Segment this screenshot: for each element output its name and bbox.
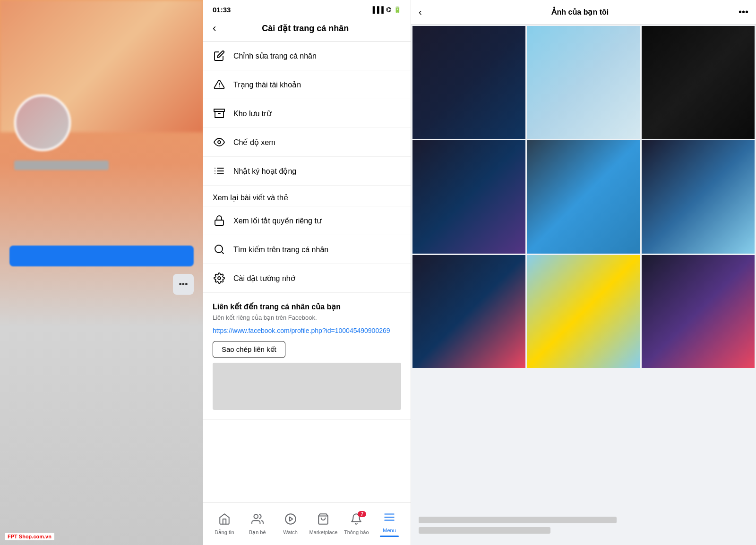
menu-item-account-status[interactable]: Trạng thái tài khoản [203,70,411,99]
menu-item-view-mode[interactable]: Chế độ xem [203,128,411,157]
menu-label-search-profile: Tìm kiếm trên trang cá nhân [233,245,328,254]
menu-item-memorial[interactable]: Cài đặt tưởng nhớ [203,264,411,293]
right-panel-header: ‹ Ảnh của bạn tôi ••• [411,0,756,25]
nav-item-news-feed[interactable]: Bảng tin [209,513,240,536]
gray-placeholder-box [213,363,401,410]
back-button[interactable]: ‹ [213,22,216,34]
notifications-icon: 7 [350,513,362,528]
copy-link-button[interactable]: Sao chép liên kết [213,341,285,358]
right-panel: ‹ Ảnh của bạn tôi ••• [411,0,756,545]
menu-label-account-status: Trạng thái tài khoản [233,80,301,89]
eye-icon [213,136,226,149]
nav-label-menu: Menu [383,528,396,533]
bottom-navigation: Bảng tin Bạn bè Watch [203,502,411,545]
photo-8 [527,255,640,368]
link-section: Liên kết đến trang cá nhân của bạn Liên … [203,293,411,420]
right-more-button[interactable]: ••• [739,7,748,17]
photo-grid [411,25,756,369]
battery-icon: 🔋 [394,6,401,13]
list-icon [213,164,226,178]
background-left-panel: ••• FPT Shop.com.vn [0,0,203,545]
nav-item-notifications[interactable]: 7 Thông báo [341,513,371,535]
panel-title: Cài đặt trang cá nhân [223,23,387,34]
notification-badge: 7 [358,511,366,517]
status-icons: ▐▐▐ ⌬ 🔋 [370,6,401,13]
panel-header: ‹ Cài đặt trang cá nhân [203,17,411,42]
menu-item-activity-log[interactable]: Nhật ký hoạt động [203,157,411,186]
photo-cell-8[interactable] [527,255,640,368]
photo-cell-9[interactable] [642,255,755,368]
menu-label-view-mode: Chế độ xem [233,138,275,147]
gear-memorial-icon [213,272,226,285]
photo-cell-6[interactable] [642,140,755,253]
photo-cell-7[interactable] [412,255,525,368]
pencil-icon [213,49,226,62]
profile-name-bg [14,161,109,170]
archive-icon [213,107,226,120]
section-label-review: Xem lại bài viết và thẻ [203,186,411,206]
photo-cell-1[interactable] [412,26,525,139]
menu-icon [383,511,395,526]
marketplace-icon [317,513,329,528]
menu-item-privacy[interactable]: Xem lối tắt quyền riêng tư [203,206,411,235]
profile-action-btn-bg [9,246,194,266]
status-time: 01:33 [213,6,231,14]
link-url[interactable]: https://www.facebook.com/profile.php?id=… [213,327,401,334]
nav-item-marketplace[interactable]: Marketplace [308,513,338,535]
photo-6 [642,140,755,253]
more-btn-bg: ••• [173,274,194,295]
photo-cell-5[interactable] [527,140,640,253]
photo-5 [527,140,640,253]
settings-panel: 01:33 ▐▐▐ ⌬ 🔋 ‹ Cài đặt trang cá nhân Ch… [203,0,411,545]
svg-rect-11 [215,220,223,225]
menu-label-memorial: Cài đặt tưởng nhớ [233,274,295,283]
svg-point-15 [254,514,258,519]
nav-label-notifications: Thông báo [344,529,369,535]
nav-label-news-feed: Bảng tin [215,529,234,536]
photo-7 [412,255,525,368]
photo-2 [527,26,640,139]
photo-4 [412,140,525,253]
lock-icon [213,214,226,227]
photo-1 [412,26,525,139]
svg-point-4 [218,141,221,144]
nav-item-watch[interactable]: Watch [275,513,306,535]
photo-cell-4[interactable] [412,140,525,253]
nav-label-friends: Bạn bè [249,529,266,536]
nav-label-marketplace: Marketplace [309,529,337,535]
menu-label-edit-profile: Chỉnh sửa trang cá nhân [233,51,317,60]
svg-rect-2 [214,109,224,111]
menu-label-archive: Kho lưu trữ [233,109,271,118]
menu-item-search-profile[interactable]: Tìm kiếm trên trang cá nhân [203,235,411,264]
svg-line-13 [222,252,223,254]
photo-3 [642,26,755,139]
menu-label-privacy: Xem lối tắt quyền riêng tư [233,216,321,225]
warning-icon [213,78,226,91]
menu-list: Chỉnh sửa trang cá nhân Trạng thái tài k… [203,42,411,502]
photo-cell-2[interactable] [527,26,640,139]
watch-icon [284,513,297,528]
right-back-button[interactable]: ‹ [419,7,422,17]
nav-label-watch: Watch [283,529,298,535]
right-bottom-area [411,509,756,545]
link-section-title: Liên kết đến trang cá nhân của bạn [213,302,401,311]
svg-point-16 [285,514,296,524]
photo-9 [642,255,755,368]
link-section-subtitle: Liên kết riêng của bạn trên Facebook. [213,314,401,321]
friends-icon [251,513,264,528]
right-text-line-1 [419,517,617,523]
menu-label-activity-log: Nhật ký hoạt động [233,167,296,176]
svg-marker-17 [289,517,292,521]
wifi-icon: ⌬ [386,6,391,13]
nav-item-menu[interactable]: Menu [374,511,404,537]
menu-item-edit-profile[interactable]: Chỉnh sửa trang cá nhân [203,42,411,70]
nav-active-indicator [380,536,399,537]
nav-item-friends[interactable]: Bạn bè [242,513,273,536]
fpt-logo: FPT Shop.com.vn [5,533,54,540]
right-text-line-2 [419,527,550,534]
menu-item-archive[interactable]: Kho lưu trữ [203,99,411,128]
status-bar: 01:33 ▐▐▐ ⌬ 🔋 [203,0,411,17]
photo-cell-3[interactable] [642,26,755,139]
svg-point-14 [218,277,221,280]
profile-avatar-bg [14,94,71,151]
